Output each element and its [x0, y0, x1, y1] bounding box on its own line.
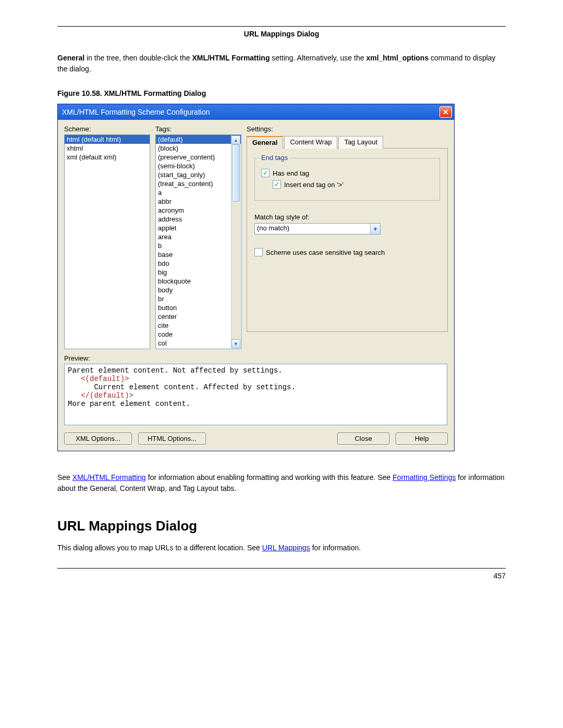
has-end-tag-label: Has end tag: [273, 169, 309, 177]
page-number: 457: [494, 572, 506, 580]
scheme-listbox[interactable]: html (default html) xhtml xml (default x…: [64, 134, 150, 349]
tags-item[interactable]: (block): [156, 144, 241, 153]
tags-item[interactable]: cite: [156, 321, 241, 330]
checkbox-checked-icon: ✓: [273, 180, 281, 189]
section2-paragraph: This dialog allows you to map URLs to a …: [57, 542, 506, 553]
section-heading-url-mappings: URL Mappings Dialog: [57, 518, 506, 534]
tab-general[interactable]: General: [247, 136, 283, 149]
scheme-item-xhtml[interactable]: xhtml: [65, 144, 150, 153]
tags-item[interactable]: bdo: [156, 259, 241, 268]
tags-item[interactable]: address: [156, 215, 241, 224]
tags-item[interactable]: (start_tag_only): [156, 170, 241, 179]
preview-line-3: Current element content. Affected by set…: [94, 383, 295, 391]
preview-tag-close: </(default)>: [81, 391, 133, 400]
after-fig-t0: See: [57, 473, 72, 482]
tags-item[interactable]: acronym: [156, 206, 241, 215]
scheme-item-xml[interactable]: xml (default xml): [65, 153, 150, 162]
end-tags-groupbox: End tags ✓ Has end tag ✓ Insert end tag …: [254, 158, 440, 201]
scheme-label: Scheme:: [64, 125, 150, 133]
insert-end-tag-label: Insert end tag on '>': [284, 181, 344, 189]
tags-item[interactable]: a: [156, 188, 241, 197]
match-tag-value: (no match): [255, 224, 370, 234]
case-sensitive-checkbox[interactable]: Scheme uses case sensitive tag search: [254, 248, 440, 256]
titlebar[interactable]: XML/HTML Formatting Scheme Configuration…: [58, 104, 454, 120]
case-sensitive-label: Scheme uses case sensitive tag search: [266, 249, 385, 256]
intro-bold-xmlhtml: XML/HTML Formatting: [192, 54, 270, 62]
scroll-thumb[interactable]: [232, 144, 240, 202]
match-tag-label: Match tag style of:: [254, 213, 440, 221]
tags-item[interactable]: col: [156, 339, 241, 348]
tab-tag-layout[interactable]: Tag Layout: [338, 136, 383, 149]
intro-bold-command: xml_html_options: [366, 54, 429, 62]
checkbox-unchecked-icon: [254, 248, 263, 256]
dialog-window: XML/HTML Formatting Scheme Configuration…: [57, 104, 455, 451]
tags-item[interactable]: body: [156, 286, 241, 294]
tags-label: Tags:: [155, 125, 241, 133]
preview-tag-open: <(default)>: [81, 375, 129, 383]
html-options-button[interactable]: HTML Options...: [138, 433, 206, 445]
scroll-track[interactable]: [231, 144, 240, 339]
tags-item[interactable]: code: [156, 330, 241, 339]
tags-scrollbar[interactable]: ▲ ▼: [231, 135, 240, 348]
preview-line-4: More parent element content.: [68, 400, 190, 408]
section2-t1: for information.: [310, 544, 361, 552]
link-formatting-settings[interactable]: Formatting Settings: [393, 473, 456, 482]
has-end-tag-checkbox[interactable]: ✓ Has end tag: [261, 169, 433, 177]
intro-paragraph: General in the tree, then double-click t…: [57, 53, 506, 75]
tags-item[interactable]: colgroup: [156, 348, 241, 349]
help-button[interactable]: Help: [396, 433, 448, 445]
scheme-item-html[interactable]: html (default html): [65, 135, 150, 144]
tags-item[interactable]: applet: [156, 224, 241, 232]
tags-item[interactable]: b: [156, 241, 241, 250]
preview-label: Preview:: [64, 354, 448, 362]
titlebar-title: XML/HTML Formatting Scheme Configuration: [62, 108, 210, 116]
section2-t0: This dialog allows you to map URLs to a …: [57, 544, 262, 552]
page-header-title: URL Mappings Dialog: [57, 30, 506, 38]
tabpanel-general: End tags ✓ Has end tag ✓ Insert end tag …: [247, 149, 448, 332]
link-xml-html-formatting[interactable]: XML/HTML Formatting: [72, 473, 146, 482]
checkbox-checked-icon: ✓: [261, 169, 270, 177]
figure-caption: Figure 10.58. XML/HTML Formatting Dialog: [57, 89, 506, 97]
close-button[interactable]: Close: [337, 433, 389, 445]
scroll-down-icon[interactable]: ▼: [231, 339, 240, 348]
intro-bold-general: General: [57, 54, 84, 62]
insert-end-tag-checkbox[interactable]: ✓ Insert end tag on '>': [273, 180, 433, 189]
tags-item[interactable]: abbr: [156, 197, 241, 206]
tags-item[interactable]: area: [156, 232, 241, 241]
header-rule: [57, 26, 506, 27]
tags-item[interactable]: (semi-block): [156, 162, 241, 170]
end-tags-legend: End tags: [259, 154, 290, 162]
tags-listbox[interactable]: (default) (block) (preserve_content) (se…: [155, 134, 241, 349]
intro-text-2: setting. Alternatively, use the: [270, 54, 366, 62]
scroll-up-icon[interactable]: ▲: [231, 135, 240, 144]
settings-label: Settings:: [247, 125, 448, 133]
preview-box[interactable]: Parent element content. Not affected by …: [64, 364, 447, 425]
tags-item[interactable]: (preserve_content): [156, 153, 241, 162]
intro-text-1: in the tree, then double-click the: [84, 54, 192, 62]
tags-item[interactable]: base: [156, 250, 241, 259]
preview-line-1: Parent element content. Not affected by …: [68, 366, 283, 375]
tags-item[interactable]: big: [156, 268, 241, 277]
chevron-down-icon[interactable]: ▼: [370, 224, 380, 234]
after-figure-paragraph: See XML/HTML Formatting for information …: [57, 472, 506, 494]
after-fig-t1: for information about enabling formattin…: [146, 473, 393, 482]
tags-item[interactable]: br: [156, 294, 241, 303]
footer: 457: [57, 568, 506, 580]
match-tag-dropdown[interactable]: (no match) ▼: [254, 223, 381, 235]
tags-item[interactable]: (default): [156, 135, 241, 144]
link-url-mappings[interactable]: URL Mappings: [262, 544, 310, 552]
tab-content-wrap[interactable]: Content Wrap: [284, 136, 337, 149]
tags-item[interactable]: blockquote: [156, 277, 241, 286]
tags-item[interactable]: (treat_as_content): [156, 179, 241, 188]
tags-item[interactable]: button: [156, 303, 241, 312]
close-icon[interactable]: ✕: [439, 106, 452, 118]
tabs: General Content Wrap Tag Layout: [247, 135, 448, 149]
tags-item[interactable]: center: [156, 312, 241, 321]
xml-options-button[interactable]: XML Options...: [64, 433, 132, 445]
